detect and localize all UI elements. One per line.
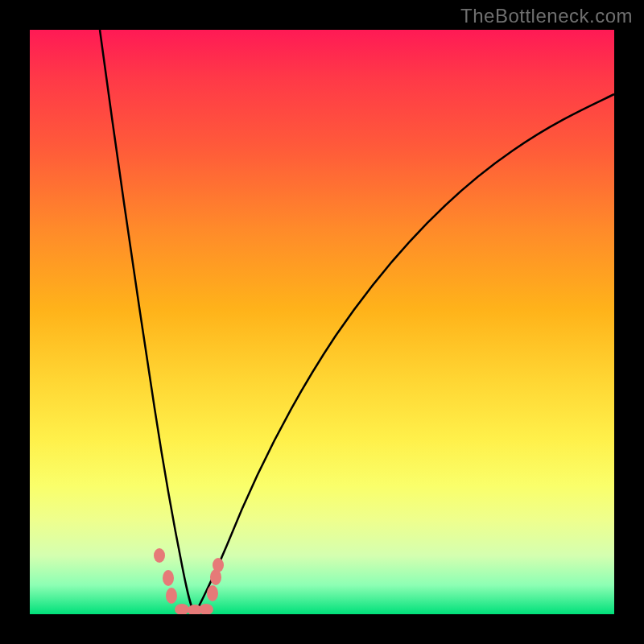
svg-point-1 [163,570,174,586]
watermark-text: TheBottleneck.com [460,5,633,27]
svg-point-2 [166,588,177,604]
curve-layer [30,30,614,614]
svg-point-5 [199,604,213,614]
svg-point-0 [154,548,165,563]
curve-right-branch [195,94,614,614]
chart-frame: TheBottleneck.com [0,0,644,644]
marker-cluster [154,548,224,614]
svg-point-6 [207,585,218,601]
svg-point-8 [213,558,224,572]
plot-area [30,30,614,614]
svg-point-3 [175,604,189,614]
curve-left-branch [100,30,195,614]
